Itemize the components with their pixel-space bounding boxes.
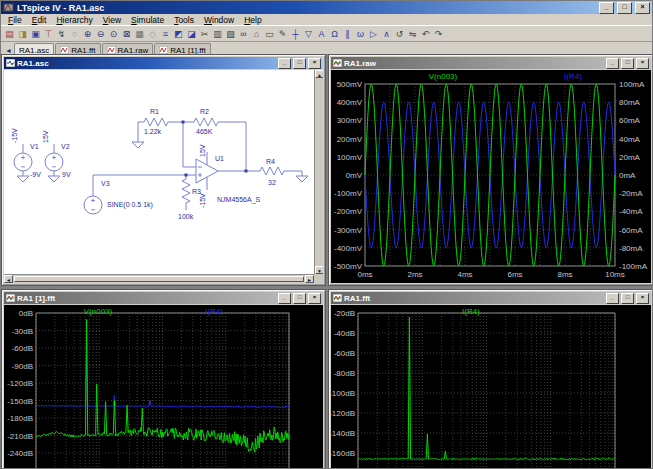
v2-voltage-label: 15V	[42, 130, 49, 143]
open-file-icon[interactable]: ◨	[16, 27, 29, 40]
scrollbar-thumb[interactable]	[14, 276, 304, 282]
control-panel-icon[interactable]: ⊤	[42, 27, 55, 40]
pan-icon[interactable]: ◇	[146, 27, 159, 40]
plot-settings-icon[interactable]: ◪	[185, 27, 198, 40]
maximize-button[interactable]: □	[293, 293, 306, 304]
axis-tick-label: -40mA	[619, 207, 643, 216]
trace-I(R4)	[36, 336, 289, 407]
axis-tick-label: 8ms	[557, 270, 572, 279]
new-schematic-icon[interactable]: ▤	[3, 27, 16, 40]
app-title: LTspice IV - RA1.asc	[17, 3, 596, 13]
plot-tab-icon	[60, 46, 69, 54]
fft2-plot-pane[interactable]: -20dB-40dB-60dB-80dB-100dB-120dB-140dB-1…	[331, 305, 651, 469]
copy-icon[interactable]: ▥	[211, 27, 224, 40]
cut-icon[interactable]: ✂	[198, 27, 211, 40]
r4-ref: R4	[266, 158, 275, 165]
menu-item-window[interactable]: Window	[199, 15, 239, 25]
close-button[interactable]: ×	[308, 58, 321, 69]
mirror-icon[interactable]: ⇋	[406, 27, 419, 40]
save-icon[interactable]: ▣	[29, 27, 42, 40]
zoom-back-icon[interactable]: ⊖	[94, 27, 107, 40]
home-icon[interactable]: ⌂	[250, 27, 263, 40]
redo-icon[interactable]: ↷	[432, 27, 445, 40]
rotate-icon[interactable]: ↺	[393, 27, 406, 40]
axis-tick-label: 6ms	[507, 270, 522, 279]
maximize-button[interactable]: □	[621, 293, 634, 304]
scroll-up-icon[interactable]: ▲	[315, 70, 323, 78]
horizontal-scrollbar[interactable]: ◄ ►	[4, 274, 314, 283]
menu-item-help[interactable]: Help	[239, 15, 266, 25]
resistor-icon[interactable]: Ω	[328, 27, 341, 40]
inductor-icon[interactable]: ω	[354, 27, 367, 40]
axis-tick-label: 500mV	[337, 80, 363, 89]
axis-tick-label: -400mV	[334, 244, 363, 253]
app-titlebar[interactable]: LTspice IV - RA1.asc _ □ ×	[1, 1, 652, 14]
schematic-window-titlebar[interactable]: RA1.asc _ □ ×	[4, 57, 323, 69]
zoom-fit-icon[interactable]: ⊠	[120, 27, 133, 40]
fft2-plot-svg[interactable]: -20dB-40dB-60dB-80dB-100dB-120dB-140dB-1…	[331, 305, 651, 469]
maximize-button[interactable]: □	[617, 2, 632, 14]
undo-icon[interactable]: ↶	[419, 27, 432, 40]
axis-tick-label: 300mV	[337, 116, 363, 125]
raw-plot-svg[interactable]: 500mV400mV300mV200mV100mV0mV-100mV-200mV…	[331, 70, 651, 283]
diode-icon[interactable]: ▷	[367, 27, 380, 40]
minimize-button[interactable]: _	[278, 293, 291, 304]
vertical-scrollbar[interactable]: ▲ ▼	[314, 70, 323, 274]
fft1-window-titlebar[interactable]: RA1 [1].fft _ □ ×	[4, 292, 323, 304]
fft2-window-titlebar[interactable]: RA1.fft _ □ ×	[331, 292, 651, 304]
maximize-button[interactable]: □	[293, 58, 306, 69]
scroll-left-icon[interactable]: ◄	[4, 275, 13, 283]
v2-neg-label: 9V	[62, 171, 71, 178]
halt-icon[interactable]: ○	[68, 27, 81, 40]
maximize-button[interactable]: □	[621, 58, 634, 69]
fft1-plot-pane[interactable]: 0dB-30dB-60dB-90dB-120dB-150dB-180dB-210…	[4, 305, 323, 469]
scroll-down-icon[interactable]: ▼	[315, 266, 323, 274]
ground-icon[interactable]: ▽	[302, 27, 315, 40]
print-icon[interactable]: ▭	[263, 27, 276, 40]
u1-part-label: NJM4556A_S	[217, 196, 261, 204]
visible-traces-icon[interactable]: ◩	[172, 27, 185, 40]
schematic-svg[interactable]: -15V V1 -9V 15V V2 9V V3 SINE(0 0.5 1k) …	[4, 70, 314, 274]
minimize-button[interactable]: _	[606, 293, 619, 304]
edit-icon[interactable]: ✎	[276, 27, 289, 40]
raw-plot-pane[interactable]: 500mV400mV300mV200mV100mV0mV-100mV-200mV…	[331, 70, 651, 283]
wire-icon[interactable]: ┼	[289, 27, 302, 40]
axis-tick-label: -120dB	[7, 379, 33, 388]
paste-icon[interactable]: ▧	[224, 27, 237, 40]
window-title: RA1.raw	[344, 59, 604, 68]
netlist-icon[interactable]: ≡	[159, 27, 172, 40]
plot-grid	[358, 313, 615, 469]
run-icon[interactable]: ↯	[55, 27, 68, 40]
menu-item-view[interactable]: View	[98, 15, 126, 25]
axis-tick-label: 40mA	[619, 135, 641, 144]
axis-tick-label: 0mV	[346, 171, 363, 180]
minimize-button[interactable]: _	[278, 58, 291, 69]
u1-vplus-label: 15V	[199, 144, 206, 157]
minimize-button[interactable]: _	[606, 58, 619, 69]
axis-tick-label: 10ms	[605, 270, 625, 279]
zoom-extents-icon[interactable]: ⊙	[107, 27, 120, 40]
menu-item-hierarchy[interactable]: Hierarchy	[51, 15, 97, 25]
zoom-area-icon[interactable]: ⊕	[81, 27, 94, 40]
find-icon[interactable]: ∞	[237, 27, 250, 40]
menu-item-edit[interactable]: Edit	[27, 15, 52, 25]
v1-voltage-label: -15V	[11, 128, 18, 143]
r2-ref: R2	[200, 108, 209, 115]
scroll-right-icon[interactable]: ►	[305, 275, 314, 283]
minimize-button[interactable]: _	[599, 2, 614, 14]
menu-item-simulate[interactable]: Simulate	[126, 15, 169, 25]
close-button[interactable]: ×	[636, 293, 649, 304]
close-button[interactable]: ×	[636, 58, 649, 69]
menu-item-file[interactable]: File	[3, 15, 27, 25]
label-icon[interactable]: A	[315, 27, 328, 40]
menu-item-tools[interactable]: Tools	[169, 15, 199, 25]
capacitor-icon[interactable]: ∥	[341, 27, 354, 40]
legend-I(R4): I(R4)	[564, 72, 582, 81]
schematic-canvas[interactable]: -15V V1 -9V 15V V2 9V V3 SINE(0 0.5 1k) …	[4, 70, 323, 283]
grid-icon[interactable]: ▦	[133, 27, 146, 40]
component-icon[interactable]: ∧	[380, 27, 393, 40]
close-button[interactable]: ×	[308, 293, 321, 304]
fft1-plot-svg[interactable]: 0dB-30dB-60dB-90dB-120dB-150dB-180dB-210…	[4, 305, 323, 469]
close-button[interactable]: ×	[635, 2, 650, 14]
raw-window-titlebar[interactable]: RA1.raw _ □ ×	[331, 57, 651, 69]
